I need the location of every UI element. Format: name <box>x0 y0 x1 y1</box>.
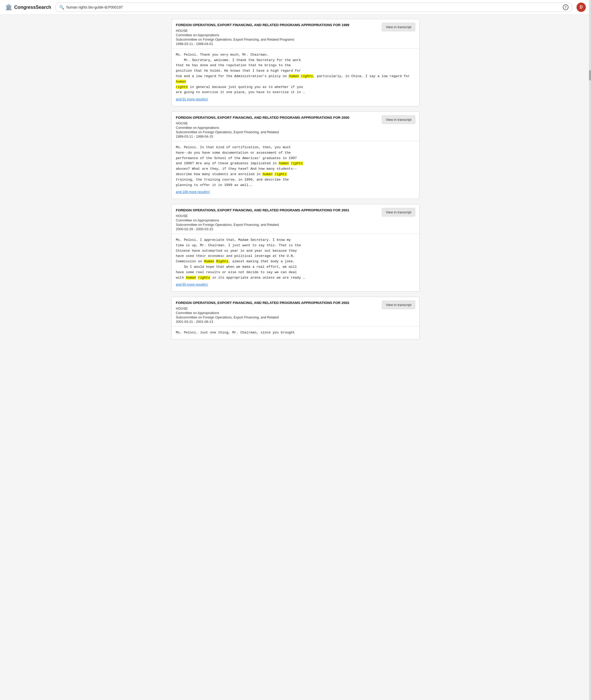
more-results-link[interactable]: and 51 more result(s) <box>176 97 208 102</box>
highlighted-term: rights <box>198 276 210 280</box>
card-dates: 1999-03-11 - 1999-04-15 <box>176 134 378 138</box>
card-committee: Committee on Appropriations <box>176 33 378 37</box>
highlighted-term: human <box>262 172 272 176</box>
card-header: FOREIGN OPERATIONS, EXPORT FINANCING, AN… <box>172 205 419 234</box>
card-dates: 2001-03-21 - 2001-06-13 <box>176 320 378 324</box>
more-results-link[interactable]: and 60 more result(s) <box>176 282 208 287</box>
card-body: Ms. Pelosi. I appreciate that, Madam Sec… <box>172 234 419 291</box>
logo-text: CongressSearch <box>14 5 51 10</box>
card-title: FOREIGN OPERATIONS, EXPORT FINANCING, AN… <box>176 208 378 213</box>
result-card: FOREIGN OPERATIONS, EXPORT FINANCING, AN… <box>172 204 419 292</box>
card-dates: 2000-02-29 - 2000-03-15 <box>176 227 378 231</box>
help-icon[interactable]: ? <box>563 4 569 10</box>
card-meta: FOREIGN OPERATIONS, EXPORT FINANCING, AN… <box>176 301 378 324</box>
search-bar: 🔍 ? <box>55 3 572 12</box>
card-title: FOREIGN OPERATIONS, EXPORT FINANCING, AN… <box>176 115 378 120</box>
highlighted-term: rights <box>176 85 188 89</box>
header: 🏛️ CongressSearch 🔍 ? D <box>0 0 591 15</box>
highlighted-term: rights <box>301 74 313 78</box>
card-header: FOREIGN OPERATIONS, EXPORT FINANCING, AN… <box>172 19 419 49</box>
result-card: FOREIGN OPERATIONS, EXPORT FINANCING, AN… <box>172 297 419 339</box>
view-in-transcript-button[interactable]: View in transcript <box>382 23 415 31</box>
card-meta: FOREIGN OPERATIONS, EXPORT FINANCING, AN… <box>176 115 378 138</box>
highlighted-term: rights <box>291 161 303 165</box>
card-body: Ms. Pelosi. In that kind of certificatio… <box>172 141 419 199</box>
highlighted-term: Human <box>204 259 214 264</box>
card-subcommittee: Subcommittee on Foreign Operations, Expo… <box>176 38 378 41</box>
card-chamber: HOUSE <box>176 121 378 125</box>
view-in-transcript-button[interactable]: View in transcript <box>382 115 415 124</box>
view-in-transcript-button[interactable]: View in transcript <box>382 301 415 309</box>
more-results-link[interactable]: and 108 more result(s) <box>176 189 210 195</box>
card-body: Ms. Pelosi. Just one thing, Mr. Chairman… <box>172 327 419 339</box>
highlighted-term: Rights <box>216 259 228 264</box>
card-title: FOREIGN OPERATIONS, EXPORT FINANCING, AN… <box>176 301 378 305</box>
card-body: Ms. Pelosi. Thank you very much, Mr. Cha… <box>172 49 419 106</box>
card-meta: FOREIGN OPERATIONS, EXPORT FINANCING, AN… <box>176 23 378 46</box>
card-chamber: HOUSE <box>176 214 378 218</box>
highlighted-term: rights <box>274 172 287 176</box>
highlighted-term: human <box>289 74 299 78</box>
card-subcommittee: Subcommittee on Foreign Operations, Expo… <box>176 315 378 319</box>
view-in-transcript-button[interactable]: View in transcript <box>382 208 415 217</box>
card-meta: FOREIGN OPERATIONS, EXPORT FINANCING, AN… <box>176 208 378 231</box>
card-chamber: HOUSE <box>176 306 378 310</box>
scrollbar-thumb[interactable] <box>589 70 591 80</box>
avatar[interactable]: D <box>577 3 586 12</box>
card-subcommittee: Subcommittee on Foreign Operations, Expo… <box>176 130 378 134</box>
logo: 🏛️ CongressSearch <box>5 4 51 11</box>
card-title: FOREIGN OPERATIONS, EXPORT FINANCING, AN… <box>176 23 378 28</box>
result-card: FOREIGN OPERATIONS, EXPORT FINANCING, AN… <box>172 112 419 199</box>
highlighted-term: human <box>279 161 289 165</box>
logo-icon: 🏛️ <box>5 4 12 11</box>
highlighted-term: human <box>176 80 186 83</box>
result-card: FOREIGN OPERATIONS, EXPORT FINANCING, AN… <box>172 19 419 106</box>
card-header: FOREIGN OPERATIONS, EXPORT FINANCING, AN… <box>172 297 419 327</box>
card-subcommittee: Subcommittee on Foreign Operations, Expo… <box>176 223 378 227</box>
highlighted-term: human <box>186 276 196 280</box>
scrollbar-track <box>589 0 591 349</box>
card-chamber: HOUSE <box>176 29 378 33</box>
results-list: FOREIGN OPERATIONS, EXPORT FINANCING, AN… <box>166 15 425 349</box>
card-header: FOREIGN OPERATIONS, EXPORT FINANCING, AN… <box>172 112 419 141</box>
card-committee: Committee on Appropriations <box>176 218 378 222</box>
card-committee: Committee on Appropriations <box>176 311 378 315</box>
search-icon: 🔍 <box>59 5 64 10</box>
search-input[interactable] <box>66 5 561 9</box>
card-committee: Committee on Appropriations <box>176 126 378 130</box>
card-dates: 1998-03-11 - 1998-04-01 <box>176 42 378 46</box>
